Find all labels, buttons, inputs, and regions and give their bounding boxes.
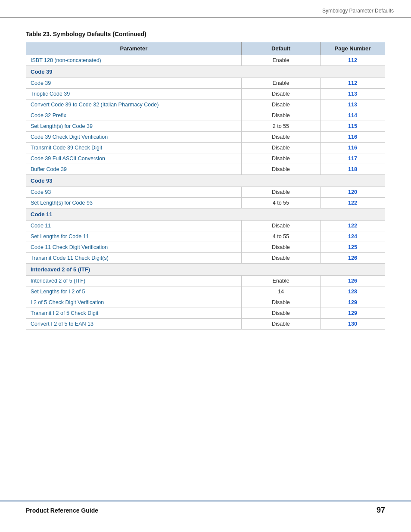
param-cell: Code 39 Check Digit Verification <box>26 132 242 143</box>
param-cell: Transmit I 2 of 5 Check Digit <box>26 308 242 319</box>
table-row: Transmit Code 39 Check DigitDisable116 <box>26 143 385 153</box>
param-cell: Code 93 <box>26 187 242 198</box>
table-title: Table 23. Symbology Defaults (Continued) <box>26 31 385 37</box>
table-row: Interleaved 2 of 5 (ITF)Enable126 <box>26 276 385 286</box>
page-cell: 129 <box>321 308 385 319</box>
param-cell: Code 39 <box>26 78 242 89</box>
table-header-row: Parameter Default Page Number <box>26 42 385 55</box>
page-cell: 113 <box>321 89 385 100</box>
page-cell: 126 <box>321 253 385 264</box>
table-row: Code 11Disable122 <box>26 221 385 231</box>
section-header-row: Code 11 <box>26 208 385 221</box>
default-cell: Disable <box>241 221 320 231</box>
col-parameter: Parameter <box>26 42 242 55</box>
section-header-row: Code 39 <box>26 66 385 78</box>
default-cell: Disable <box>241 308 320 319</box>
param-cell: I 2 of 5 Check Digit Verification <box>26 297 242 308</box>
param-cell: ISBT 128 (non-concatenated) <box>26 55 242 66</box>
default-cell: Disable <box>241 132 320 143</box>
param-cell: Buffer Code 39 <box>26 164 242 175</box>
default-cell: Disable <box>241 110 320 121</box>
default-cell: Disable <box>241 89 320 100</box>
table-row: Code 39 Check Digit VerificationDisable1… <box>26 132 385 143</box>
page-cell: 120 <box>321 187 385 198</box>
table-row: Set Length(s) for Code 934 to 55122 <box>26 198 385 208</box>
default-cell: Disable <box>241 253 320 264</box>
default-cell: 2 to 55 <box>241 121 320 132</box>
table-row: Set Lengths for I 2 of 514128 <box>26 286 385 297</box>
default-cell: Enable <box>241 78 320 89</box>
page-cell: 112 <box>321 55 385 66</box>
param-cell: Code 11 Check Digit Verification <box>26 242 242 253</box>
default-cell: Disable <box>241 297 320 308</box>
page-cell: 114 <box>321 110 385 121</box>
page-cell: 124 <box>321 231 385 242</box>
param-cell: Convert Code 39 to Code 32 (Italian Phar… <box>26 100 242 110</box>
col-default: Default <box>241 42 320 55</box>
default-cell: Disable <box>241 319 320 330</box>
page-cell: 116 <box>321 143 385 153</box>
default-cell: 14 <box>241 286 320 297</box>
table-row: Code 39Enable112 <box>26 78 385 89</box>
table-row: Code 93Disable120 <box>26 187 385 198</box>
default-cell: Disable <box>241 187 320 198</box>
symbology-table: Parameter Default Page Number ISBT 128 (… <box>26 42 385 330</box>
param-cell: Code 11 <box>26 221 242 231</box>
default-cell: 4 to 55 <box>241 198 320 208</box>
page-cell: 122 <box>321 221 385 231</box>
param-cell: Trioptic Code 39 <box>26 89 242 100</box>
footer-title: Product Reference Guide <box>26 507 98 514</box>
section-label: Interleaved 2 of 5 (ITF) <box>26 264 385 276</box>
page-cell: 113 <box>321 100 385 110</box>
default-cell: Disable <box>241 153 320 164</box>
page-cell: 112 <box>321 78 385 89</box>
table-row: Code 32 PrefixDisable114 <box>26 110 385 121</box>
param-cell: Interleaved 2 of 5 (ITF) <box>26 276 242 286</box>
table-row: Set Length(s) for Code 392 to 55115 <box>26 121 385 132</box>
page-cell: 125 <box>321 242 385 253</box>
param-cell: Code 39 Full ASCII Conversion <box>26 153 242 164</box>
page-cell: 116 <box>321 132 385 143</box>
table-row: Code 11 Check Digit VerificationDisable1… <box>26 242 385 253</box>
table-row: Transmit Code 11 Check Digit(s)Disable12… <box>26 253 385 264</box>
param-cell: Transmit Code 39 Check Digit <box>26 143 242 153</box>
page-cell: 115 <box>321 121 385 132</box>
page-cell: 130 <box>321 319 385 330</box>
page-cell: 117 <box>321 153 385 164</box>
table-row: I 2 of 5 Check Digit VerificationDisable… <box>26 297 385 308</box>
col-page: Page Number <box>321 42 385 55</box>
param-cell: Transmit Code 11 Check Digit(s) <box>26 253 242 264</box>
section-header-row: Code 93 <box>26 175 385 187</box>
default-cell: Enable <box>241 55 320 66</box>
param-cell: Set Lengths for Code 11 <box>26 231 242 242</box>
table-row: ISBT 128 (non-concatenated)Enable112 <box>26 55 385 66</box>
table-row: Buffer Code 39Disable118 <box>26 164 385 175</box>
param-cell: Set Length(s) for Code 93 <box>26 198 242 208</box>
section-header-row: Interleaved 2 of 5 (ITF) <box>26 264 385 276</box>
table-row: Trioptic Code 39Disable113 <box>26 89 385 100</box>
default-cell: Enable <box>241 276 320 286</box>
table-row: Set Lengths for Code 114 to 55124 <box>26 231 385 242</box>
table-row: Code 39 Full ASCII ConversionDisable117 <box>26 153 385 164</box>
default-cell: Disable <box>241 164 320 175</box>
page-footer: Product Reference Guide 97 <box>0 501 411 519</box>
param-cell: Set Lengths for I 2 of 5 <box>26 286 242 297</box>
param-cell: Code 32 Prefix <box>26 110 242 121</box>
page-cell: 128 <box>321 286 385 297</box>
section-label: Code 93 <box>26 175 385 187</box>
page-cell: 118 <box>321 164 385 175</box>
default-cell: Disable <box>241 242 320 253</box>
section-label: Code 39 <box>26 66 385 78</box>
default-cell: 4 to 55 <box>241 231 320 242</box>
page-cell: 126 <box>321 276 385 286</box>
table-row: Convert Code 39 to Code 32 (Italian Phar… <box>26 100 385 110</box>
page-cell: 129 <box>321 297 385 308</box>
table-row: Convert I 2 of 5 to EAN 13Disable130 <box>26 319 385 330</box>
page-header: Symbology Parameter Defaults <box>0 0 411 18</box>
default-cell: Disable <box>241 143 320 153</box>
param-cell: Convert I 2 of 5 to EAN 13 <box>26 319 242 330</box>
section-label: Code 11 <box>26 208 385 221</box>
footer-page: 97 <box>377 506 385 515</box>
param-cell: Set Length(s) for Code 39 <box>26 121 242 132</box>
default-cell: Disable <box>241 100 320 110</box>
